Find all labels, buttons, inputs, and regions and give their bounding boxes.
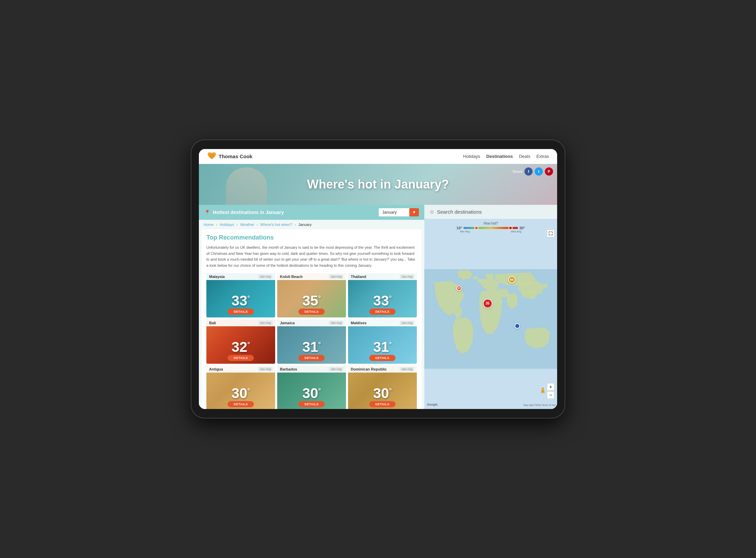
- search-bar: ⚙ Search destinations: [424, 205, 557, 219]
- dest-card-header: Barbados Jan Avg: [277, 366, 346, 373]
- details-button[interactable]: DETAILS: [298, 355, 325, 361]
- main-nav: Holidays Destinations Deals Extras: [463, 154, 549, 159]
- dest-avg-label: Jan Avg: [400, 275, 414, 279]
- dest-card-header: Thailand Jan Avg: [348, 273, 417, 280]
- tablet-screen: Thomas Cook Holidays Destinations Deals …: [199, 149, 557, 409]
- nav-holidays[interactable]: Holidays: [463, 154, 480, 159]
- scale-labels: Min Avg Max Avg: [460, 230, 521, 233]
- dest-name: Jamaica: [280, 321, 295, 325]
- map-pin-africa[interactable]: 35: [483, 299, 492, 308]
- section-title: Top Recommendations: [206, 234, 417, 241]
- month-select-input[interactable]: January February March April May June Ju…: [379, 208, 409, 216]
- map-zoom-out-button[interactable]: −: [547, 391, 554, 399]
- dest-card-header: Dominican Republic Jan Avg: [348, 366, 417, 373]
- dest-card-header: Jamaica Jan Avg: [277, 319, 346, 326]
- location-icon: 📍: [204, 210, 210, 215]
- tablet-frame: Thomas Cook Holidays Destinations Deals …: [191, 140, 565, 419]
- details-button[interactable]: DETAILS: [227, 309, 254, 315]
- temp-dot-max: [508, 226, 513, 230]
- share-label: Share: [513, 169, 522, 174]
- map-pin-middle-east[interactable]: 66: [508, 276, 516, 283]
- destination-card-dominican-republic[interactable]: Dominican Republic Jan Avg 30° DETAILS: [348, 366, 417, 409]
- logo-icon: [207, 152, 217, 161]
- pinterest-share-button[interactable]: P: [545, 167, 553, 176]
- dest-temperature: 30°: [348, 386, 417, 400]
- content-area: 📍 Hottest destinations in January Januar…: [199, 205, 557, 409]
- dest-avg-label: Jan Avg: [258, 367, 272, 371]
- destination-card-bali[interactable]: Bali Jan Avg 32° DETAILS: [206, 319, 275, 364]
- destination-card-maldives[interactable]: Maldives Jan Avg 31° DETAILS: [348, 319, 417, 364]
- details-button[interactable]: DETAILS: [227, 355, 254, 361]
- dest-name: Malaysia: [209, 275, 225, 279]
- destination-card-barbados[interactable]: Barbados Jan Avg 30° DETAILS: [277, 366, 346, 409]
- left-panel: 📍 Hottest destinations in January Januar…: [199, 205, 424, 409]
- facebook-share-button[interactable]: f: [524, 167, 533, 176]
- dest-card-header: Malaysia Jan Avg: [206, 273, 275, 280]
- dest-card-header: Maldives Jan Avg: [348, 319, 417, 326]
- street-view-icon[interactable]: [540, 387, 546, 396]
- svg-point-1: [542, 388, 544, 390]
- map-zoom-in-button[interactable]: +: [547, 383, 554, 391]
- dest-name: Bali: [209, 321, 216, 325]
- breadcrumb-whots-hot[interactable]: Where's hot when?: [260, 223, 292, 227]
- details-button[interactable]: DETAILS: [369, 401, 395, 407]
- destination-card-thailand[interactable]: Thailand Jan Avg 33° DETAILS: [348, 273, 417, 317]
- dest-avg-label: Jan Avg: [258, 321, 272, 325]
- dest-temperature: 32°: [206, 340, 275, 354]
- dest-name: Thailand: [351, 275, 366, 279]
- description-text: Unfortunately for us UK dwellers, the mo…: [206, 245, 417, 268]
- destination-card-malaysia[interactable]: Malaysia Jan Avg 33° DETAILS: [206, 273, 275, 317]
- dest-temperature: 31°: [277, 340, 346, 354]
- dest-avg-label: Jan Avg: [329, 367, 343, 371]
- min-avg-label: Min Avg: [460, 230, 470, 233]
- dest-temperature: 33°: [206, 294, 275, 308]
- nav-destinations[interactable]: Destinations: [486, 154, 513, 159]
- details-button[interactable]: DETAILS: [369, 309, 395, 315]
- details-button[interactable]: DETAILS: [298, 309, 325, 315]
- search-destinations-title: Search destinations: [437, 209, 482, 215]
- details-button[interactable]: DETAILS: [227, 401, 254, 407]
- breadcrumb: Home › Holidays › Weather › Where's hot …: [199, 220, 424, 229]
- temp-dot-min: [474, 226, 478, 230]
- hero-section: Where's hot in January? Share f t P: [199, 164, 557, 205]
- destination-grid: Malaysia Jan Avg 33° DETAILS Kololi Beac…: [206, 273, 417, 409]
- dest-avg-label: Jan Avg: [258, 275, 272, 279]
- destination-card-kololi-beach[interactable]: Kololi Beach Jan Avg 35° DETAILS: [277, 273, 346, 317]
- hero-title: Where's hot in January?: [199, 177, 557, 192]
- temp-scale: 10° 30°: [456, 226, 525, 230]
- dest-name: Barbados: [280, 367, 297, 371]
- logo-text: Thomas Cook: [219, 153, 252, 159]
- breadcrumb-weather[interactable]: Weather: [240, 223, 254, 227]
- twitter-share-button[interactable]: t: [535, 167, 543, 176]
- how-hot-label: How hot?: [484, 221, 498, 225]
- world-map-svg: [424, 229, 557, 409]
- dest-avg-label: Jan Avg: [400, 367, 414, 371]
- destination-card-antigua[interactable]: Antigua Jan Avg 30° DETAILS: [206, 366, 275, 409]
- dest-name: Maldives: [351, 321, 366, 325]
- dest-card-header: Bali Jan Avg: [206, 319, 275, 326]
- breadcrumb-home[interactable]: Home: [204, 223, 214, 227]
- dest-temperature: 33°: [348, 294, 417, 308]
- details-button[interactable]: DETAILS: [369, 355, 395, 361]
- dest-name: Kololi Beach: [280, 275, 303, 279]
- map-container: How hot? 10°: [424, 219, 557, 409]
- destination-card-jamaica[interactable]: Jamaica Jan Avg 31° DETAILS: [277, 319, 346, 364]
- temp-max-value: 30°: [519, 226, 525, 230]
- month-bar-title: 📍 Hottest destinations in January: [204, 210, 284, 215]
- nav-deals[interactable]: Deals: [519, 154, 530, 159]
- right-panel: ⚙ Search destinations How hot? 10°: [424, 205, 557, 409]
- dest-temperature: 35°: [277, 294, 346, 308]
- breadcrumb-current: January: [298, 223, 312, 227]
- temp-gradient-bar: [463, 227, 518, 229]
- month-select-arrow[interactable]: ▼: [409, 208, 419, 216]
- map-attribution: Map data ©2020 Terms of Use: [523, 404, 556, 406]
- details-button[interactable]: DETAILS: [298, 401, 325, 407]
- map-pin-usa[interactable]: 35: [456, 285, 462, 291]
- month-bar-title-text: Hottest destinations in January: [213, 210, 284, 215]
- breadcrumb-holidays[interactable]: Holidays: [220, 223, 234, 227]
- nav-extras[interactable]: Extras: [536, 154, 549, 159]
- dest-temperature: 31°: [348, 340, 417, 354]
- share-row: Share f t P: [513, 167, 553, 176]
- month-selector[interactable]: January February March April May June Ju…: [379, 208, 419, 216]
- dest-card-header: Kololi Beach Jan Avg: [277, 273, 346, 280]
